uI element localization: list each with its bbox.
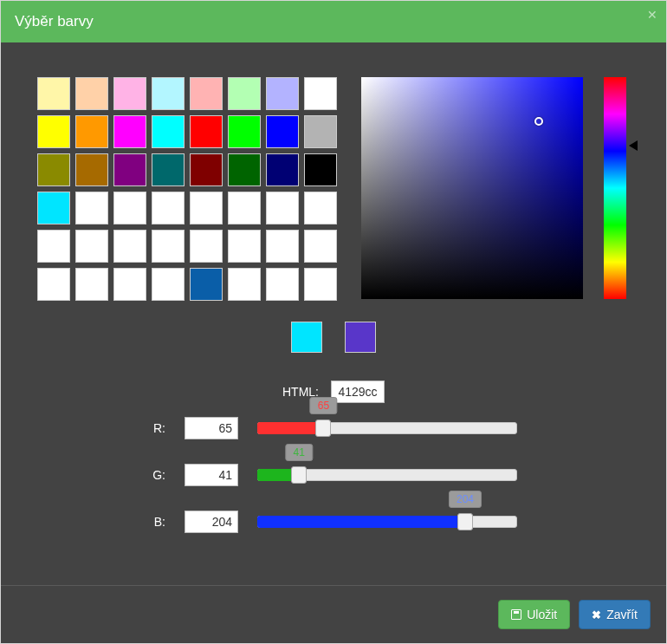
swatch[interactable] (190, 268, 223, 301)
swatch[interactable] (113, 153, 146, 186)
rgb-slider-g[interactable]: 41 (257, 466, 517, 484)
dialog-title: Výběr barvy (15, 13, 94, 29)
swatch[interactable] (228, 77, 261, 110)
close-icon-x: ✖ (592, 609, 601, 621)
swatch[interactable] (266, 192, 299, 224)
swatch[interactable] (266, 153, 299, 186)
current-color-swatch[interactable] (291, 322, 322, 353)
swatch[interactable] (113, 77, 146, 110)
swatch[interactable] (304, 77, 337, 110)
rgb-row-r: R:65 (37, 417, 630, 439)
hue-indicator[interactable] (629, 140, 638, 151)
swatch[interactable] (304, 230, 337, 263)
swatch[interactable] (266, 115, 299, 148)
slider-value-badge: 41 (286, 444, 313, 461)
color-compare (37, 322, 630, 353)
swatch[interactable] (190, 77, 223, 110)
swatch[interactable] (152, 153, 185, 186)
slider-thumb[interactable] (291, 466, 307, 484)
save-button-label: Uložit (527, 608, 557, 621)
slider-value-badge: 65 (310, 397, 337, 414)
swatch[interactable] (152, 230, 185, 263)
swatch[interactable] (304, 268, 337, 301)
rgb-row-b: B:204 (37, 511, 630, 533)
swatch[interactable] (152, 77, 185, 110)
swatch[interactable] (228, 192, 261, 224)
save-button[interactable]: Uložit (498, 600, 570, 629)
swatch[interactable] (37, 268, 70, 301)
swatch[interactable] (266, 268, 299, 301)
color-picker-dialog: Výběr barvy ✕ HTML: R:65G:41B:204 (0, 0, 667, 644)
swatch[interactable] (37, 192, 70, 224)
hue-bar[interactable] (604, 77, 626, 299)
swatch[interactable] (75, 268, 108, 301)
swatch[interactable] (304, 153, 337, 186)
swatch[interactable] (266, 77, 299, 110)
saturation-value-panel[interactable] (361, 77, 583, 299)
swatch[interactable] (190, 153, 223, 186)
swatch[interactable] (37, 230, 70, 263)
rgb-label-b: B: (150, 515, 165, 529)
close-icon[interactable]: ✕ (647, 8, 657, 22)
top-row (37, 77, 630, 301)
swatch[interactable] (304, 115, 337, 148)
swatch[interactable] (75, 153, 108, 186)
close-button-label: Zavřít (606, 608, 638, 621)
swatch[interactable] (152, 115, 185, 148)
swatch[interactable] (228, 115, 261, 148)
swatch[interactable] (152, 268, 185, 301)
swatch[interactable] (113, 115, 146, 148)
swatch[interactable] (113, 192, 146, 224)
picker-area (361, 77, 626, 301)
save-icon (511, 609, 521, 620)
swatch[interactable] (75, 230, 108, 263)
slider-value-badge: 204 (449, 491, 482, 508)
close-button[interactable]: ✖ Zavřít (579, 600, 651, 629)
swatch[interactable] (266, 230, 299, 263)
swatch[interactable] (152, 192, 185, 224)
rgb-slider-r[interactable]: 65 (257, 420, 517, 437)
swatch[interactable] (228, 153, 261, 186)
swatch[interactable] (37, 77, 70, 110)
swatch[interactable] (113, 230, 146, 263)
swatch[interactable] (190, 230, 223, 263)
swatch[interactable] (37, 115, 70, 148)
swatch[interactable] (75, 115, 108, 148)
swatch[interactable] (304, 192, 337, 224)
titlebar: Výběr barvy ✕ (1, 1, 666, 42)
swatch[interactable] (75, 192, 108, 224)
footer: Uložit ✖ Zavřít (1, 585, 666, 643)
swatch[interactable] (113, 268, 146, 301)
slider-thumb[interactable] (457, 513, 473, 530)
rgb-input-b[interactable] (185, 511, 238, 533)
rgb-slider-b[interactable]: 204 (257, 513, 517, 530)
rgb-input-g[interactable] (185, 464, 238, 486)
swatch-grid (37, 77, 337, 301)
rgb-controls: R:65G:41B:204 (37, 417, 630, 533)
swatch[interactable] (228, 268, 261, 301)
swatch[interactable] (75, 77, 108, 110)
slider-thumb[interactable] (315, 420, 331, 437)
html-hex-input[interactable] (331, 381, 385, 403)
sv-cursor[interactable] (534, 117, 543, 126)
swatch[interactable] (190, 115, 223, 148)
dialog-body: HTML: R:65G:41B:204 (1, 42, 666, 585)
swatch[interactable] (228, 230, 261, 263)
rgb-input-r[interactable] (185, 417, 238, 439)
new-color-swatch[interactable] (345, 322, 376, 353)
rgb-row-g: G:41 (37, 464, 630, 486)
rgb-label-g: G: (150, 468, 165, 482)
swatch[interactable] (190, 192, 223, 224)
swatch[interactable] (37, 153, 70, 186)
rgb-label-r: R: (150, 421, 165, 435)
